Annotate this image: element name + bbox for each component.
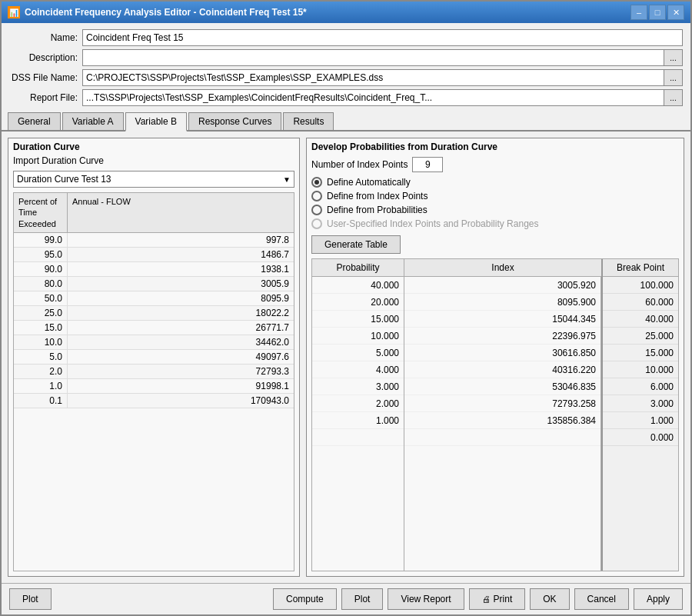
minimize-button[interactable]: –: [630, 5, 647, 20]
index-col: 3005.9208095.90015044.34522396.97530616.…: [404, 277, 601, 571]
flow-header: Annual - FLOW: [68, 193, 294, 232]
pct-cell: 25.0: [14, 306, 68, 320]
dss-label: DSS File Name:: [9, 72, 82, 83]
tab-variable-a[interactable]: Variable A: [62, 112, 124, 130]
cancel-button[interactable]: Cancel: [574, 588, 629, 610]
view-report-button[interactable]: View Report: [388, 588, 464, 610]
pct-cell: 80.0: [14, 277, 68, 291]
main-content: Duration Curve Import Duration Curve Dur…: [2, 132, 690, 583]
prob-col-header: Probability: [312, 259, 404, 276]
bottom-right: Compute Plot View Report 🖨 Print OK Canc…: [273, 588, 683, 610]
radio-auto-label: Define Automatically: [327, 177, 411, 188]
compute-button[interactable]: Compute: [273, 588, 337, 610]
dss-row: DSS File Name: ...: [9, 69, 683, 86]
dropdown-arrow-icon: ▼: [283, 175, 291, 184]
break-cell: 100.000: [603, 277, 678, 294]
radio-prob-label: Define from Probabilities: [327, 205, 428, 215]
index-points-row: Number of Index Points: [307, 155, 684, 175]
index-cell: 3005.920: [404, 277, 601, 294]
radio-define-prob[interactable]: Define from Probabilities: [311, 205, 679, 215]
radio-index-circle: [311, 191, 322, 201]
tab-results[interactable]: Results: [283, 112, 334, 130]
index-cell: 72793.258: [404, 395, 601, 412]
prob-table-wrapper: Probability Index 40.00020.00015.00010.0…: [311, 258, 679, 571]
apply-button[interactable]: Apply: [634, 588, 683, 610]
break-cell: 6.000: [603, 378, 678, 395]
dss-input[interactable]: [82, 69, 664, 86]
name-label: Name:: [9, 32, 82, 43]
name-row: Name:: [9, 29, 683, 46]
plot-left-button[interactable]: Plot: [9, 588, 52, 610]
tab-response-curves[interactable]: Response Curves: [188, 112, 281, 130]
flow-cell: 26771.7: [68, 321, 294, 335]
maximize-button[interactable]: □: [649, 5, 666, 20]
prob-cell: [312, 429, 404, 446]
index-cell: 22396.975: [404, 328, 601, 345]
pct-cell: 95.0: [14, 248, 68, 261]
print-button[interactable]: 🖨 Print: [469, 588, 526, 610]
description-browse-button[interactable]: ...: [664, 49, 683, 66]
duration-curve-dropdown[interactable]: Duration Curve Test 13 ▼: [13, 171, 294, 188]
radio-user-label: User-Specified Index Points and Probabil…: [327, 218, 538, 229]
description-input[interactable]: [82, 49, 664, 66]
index-points-input[interactable]: [412, 157, 443, 172]
pct-cell: 10.0: [14, 335, 68, 349]
break-cell: 0.000: [603, 429, 678, 446]
pct-cell: 15.0: [14, 321, 68, 335]
table-body: 99.0 997.8 95.0 1486.7 90.0 1938.1 80.0 …: [14, 233, 294, 571]
prob-cell: 1.000: [312, 412, 404, 429]
table-row: 50.0 8095.9: [14, 291, 294, 306]
report-input[interactable]: [82, 89, 664, 106]
break-point-section: Break Point 100.00060.00040.00025.00015.…: [601, 259, 678, 571]
plot-right-button[interactable]: Plot: [341, 588, 384, 610]
import-label: Import Duration Curve: [8, 154, 299, 169]
main-window: 📊 Coincident Frequency Analysis Editor -…: [0, 0, 692, 616]
name-input[interactable]: [82, 29, 683, 46]
dropdown-value: Duration Curve Test 13: [17, 174, 111, 185]
prob-cell: 5.000: [312, 345, 404, 361]
prob-cell: 15.000: [312, 311, 404, 328]
table-row: 80.0 3005.9: [14, 277, 294, 291]
prob-cell: 4.000: [312, 361, 404, 378]
tab-general[interactable]: General: [8, 112, 61, 130]
develop-prob-title: Develop Probabilities from Duration Curv…: [307, 138, 684, 155]
index-points-label: Number of Index Points: [311, 159, 408, 170]
ok-button[interactable]: OK: [530, 588, 569, 610]
report-browse-button[interactable]: ...: [664, 89, 683, 106]
duration-table: Percent ofTime Exceeded Annual - FLOW 99…: [13, 192, 294, 571]
table-row: 95.0 1486.7: [14, 248, 294, 262]
generate-table-button[interactable]: Generate Table: [311, 235, 401, 254]
prob-data-area: 40.00020.00015.00010.0005.0004.0003.0002…: [312, 277, 601, 571]
flow-cell: 1938.1: [68, 262, 294, 276]
break-cell: 25.000: [603, 328, 678, 345]
radio-define-auto[interactable]: Define Automatically: [311, 177, 679, 188]
index-cell: 30616.850: [404, 345, 601, 361]
radio-prob-circle: [311, 205, 322, 215]
index-cell: 40316.220: [404, 361, 601, 378]
pct-cell: 90.0: [14, 262, 68, 276]
app-icon: 📊: [8, 6, 20, 18]
break-cell: 10.000: [603, 361, 678, 378]
radio-user-spec: User-Specified Index Points and Probabil…: [311, 218, 679, 229]
index-cell: 135856.384: [404, 412, 601, 429]
pct-cell: 2.0: [14, 365, 68, 378]
tab-bar: General Variable A Variable B Response C…: [2, 112, 690, 132]
prob-cell: 10.000: [312, 328, 404, 345]
flow-cell: 49097.6: [68, 350, 294, 364]
close-button[interactable]: ✕: [667, 5, 684, 20]
printer-icon: 🖨: [482, 594, 491, 604]
bottom-left: Plot: [9, 588, 52, 610]
title-bar: 📊 Coincident Frequency Analysis Editor -…: [2, 2, 690, 23]
dss-browse-button[interactable]: ...: [664, 69, 683, 86]
tab-variable-b[interactable]: Variable B: [125, 112, 187, 132]
prob-cell: 2.000: [312, 395, 404, 412]
flow-cell: 72793.3: [68, 365, 294, 378]
radio-define-index[interactable]: Define from Index Points: [311, 191, 679, 201]
table-row: 15.0 26771.7: [14, 321, 294, 335]
pct-cell: 1.0: [14, 379, 68, 393]
table-header: Percent ofTime Exceeded Annual - FLOW: [14, 193, 294, 233]
radio-user-circle: [311, 218, 322, 229]
index-cell: 53046.835: [404, 378, 601, 395]
bottom-bar: Plot Compute Plot View Report 🖨 Print OK…: [2, 583, 690, 614]
break-point-header: Break Point: [603, 259, 678, 277]
